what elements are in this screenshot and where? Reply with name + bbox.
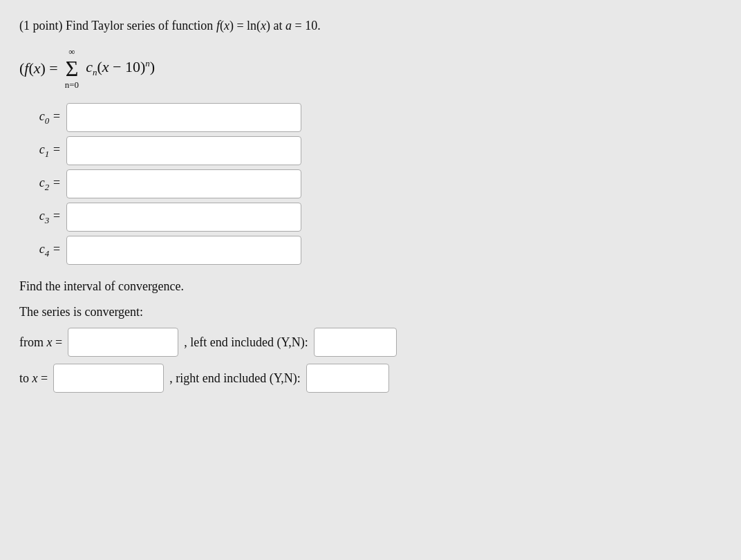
sigma-bottom: n=0 — [65, 80, 79, 91]
function-notation: f(x) = ln(x) at a = 10. — [216, 19, 321, 32]
problem-header: (1 point) Find Taylor series of function… — [19, 17, 722, 35]
c4-input[interactable] — [66, 236, 301, 265]
right-end-label: , right end included (Y,N): — [169, 371, 301, 386]
c3-label: c3 = — [19, 209, 61, 226]
coefficient-rows: c0 = c1 = c2 = c3 = c4 = — [19, 103, 722, 265]
c2-row: c2 = — [19, 169, 722, 198]
series-formula: (f(x) = ∞ Σ n=0 cn(x − 10)n) — [19, 46, 722, 91]
convergence-rows: from x = , left end included (Y,N): to x… — [19, 328, 722, 393]
series-term: cn(x − 10)n) — [86, 58, 155, 79]
to-x-input[interactable] — [53, 364, 164, 393]
find-interval-text: Find the interval of convergence. — [19, 276, 722, 297]
series-convergent-text: The series is convergent: — [19, 301, 722, 323]
to-label: to x = — [19, 371, 48, 386]
c4-label: c4 = — [19, 242, 61, 259]
c0-row: c0 = — [19, 103, 722, 132]
sigma-symbol: Σ — [66, 57, 79, 80]
c1-row: c1 = — [19, 136, 722, 165]
to-row: to x = , right end included (Y,N): — [19, 364, 722, 393]
c3-input[interactable] — [66, 203, 301, 232]
c2-label: c2 = — [19, 176, 61, 193]
c0-label: c0 = — [19, 109, 61, 127]
left-end-yn-input[interactable] — [314, 328, 397, 357]
from-row: from x = , left end included (Y,N): — [19, 328, 722, 357]
left-end-label: , left end included (Y,N): — [184, 335, 308, 350]
sigma-notation: ∞ Σ n=0 — [65, 46, 79, 91]
c2-input[interactable] — [66, 169, 301, 198]
from-label: from x = — [19, 335, 62, 350]
c0-input[interactable] — [66, 103, 301, 132]
series-lhs: (f(x) = — [19, 59, 58, 77]
c4-row: c4 = — [19, 236, 722, 265]
c1-input[interactable] — [66, 136, 301, 165]
from-x-input[interactable] — [68, 328, 178, 357]
right-end-yn-input[interactable] — [306, 364, 389, 393]
point-label: (1 point) Find Taylor series of function — [19, 19, 213, 32]
c3-row: c3 = — [19, 203, 722, 232]
c1-label: c1 = — [19, 142, 61, 160]
